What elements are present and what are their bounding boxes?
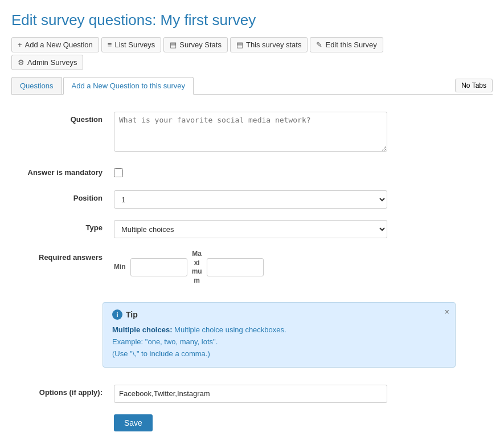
tip-header: i Tip <box>112 309 446 320</box>
form-section: Question Answer is mandatory Position 1 … <box>11 106 493 302</box>
this-survey-stats-button[interactable]: ▤ This survey stats <box>230 37 308 52</box>
admin-surveys-button[interactable]: ⚙ Admin Surveys <box>11 55 83 70</box>
toolbar-row2: ⚙ Admin Surveys <box>11 55 493 70</box>
position-select[interactable]: 1 2 3 <box>114 190 387 209</box>
min-label: Min <box>114 263 126 272</box>
add-new-question-button[interactable]: + Add a New Question <box>11 37 99 52</box>
mandatory-label: Answer is mandatory <box>23 165 114 177</box>
mandatory-checkbox[interactable] <box>114 168 123 177</box>
required-answers-label: Required answers <box>23 250 114 262</box>
info-icon: i <box>112 309 122 320</box>
tabs-bar: Questions Add a New Question to this sur… <box>11 77 493 95</box>
gear-icon: ⚙ <box>18 58 24 67</box>
tip-bold: Multiple choices: <box>112 325 172 334</box>
tip-box: i Tip Multiple choices: Multiple choice … <box>103 302 456 367</box>
chart-icon: ▤ <box>170 40 177 49</box>
type-row: Type Multiple choices Single choice Free… <box>23 220 481 238</box>
list-surveys-button[interactable]: ≡ List Surveys <box>101 37 161 52</box>
type-select[interactable]: Multiple choices Single choice Free text… <box>114 220 387 238</box>
required-answers-wrap: Min Maximum <box>114 250 481 285</box>
tip-close-button[interactable]: × <box>445 307 449 316</box>
position-label: Position <box>23 190 114 202</box>
list-icon: ≡ <box>108 40 112 49</box>
edit-icon: ✎ <box>316 40 322 49</box>
options-input[interactable] <box>114 385 387 403</box>
options-row: Options (if apply): <box>23 385 481 403</box>
survey-stats-button[interactable]: ▤ Survey Stats <box>163 37 228 52</box>
required-answers-row: Required answers Min Maximum <box>23 250 481 285</box>
mandatory-row: Answer is mandatory <box>23 165 481 179</box>
max-input[interactable] <box>207 258 264 276</box>
questions-tab[interactable]: Questions <box>11 77 62 94</box>
tip-text1: Multiple choice using checkboxes. <box>174 325 286 334</box>
position-row: Position 1 2 3 <box>23 190 481 209</box>
min-input[interactable] <box>130 258 187 276</box>
add-question-tab[interactable]: Add a New Question to this survey <box>63 77 194 95</box>
no-tabs-button[interactable]: No Tabs <box>455 79 493 92</box>
tip-text3: (Use "\," to include a comma.) <box>112 349 210 358</box>
plus-icon: + <box>18 40 22 49</box>
save-button[interactable]: Save <box>114 414 153 431</box>
type-label: Type <box>23 220 114 232</box>
question-input[interactable] <box>114 112 387 152</box>
tip-text2: Example: "one, two, many, lots". <box>112 337 218 346</box>
question-row: Question <box>23 112 481 153</box>
question-label: Question <box>23 112 114 124</box>
page-title: Edit survey questions: My first survey <box>11 11 493 29</box>
max-label: Maximum <box>192 250 202 285</box>
toolbar-row1: + Add a New Question ≡ List Surveys ▤ Su… <box>11 37 493 52</box>
chart2-icon: ▤ <box>236 40 243 49</box>
edit-this-survey-button[interactable]: ✎ Edit this Survey <box>310 37 383 52</box>
tip-body: Multiple choices: Multiple choice using … <box>112 324 446 360</box>
options-label: Options (if apply): <box>23 385 114 397</box>
options-section: Options (if apply): Save <box>11 379 493 432</box>
